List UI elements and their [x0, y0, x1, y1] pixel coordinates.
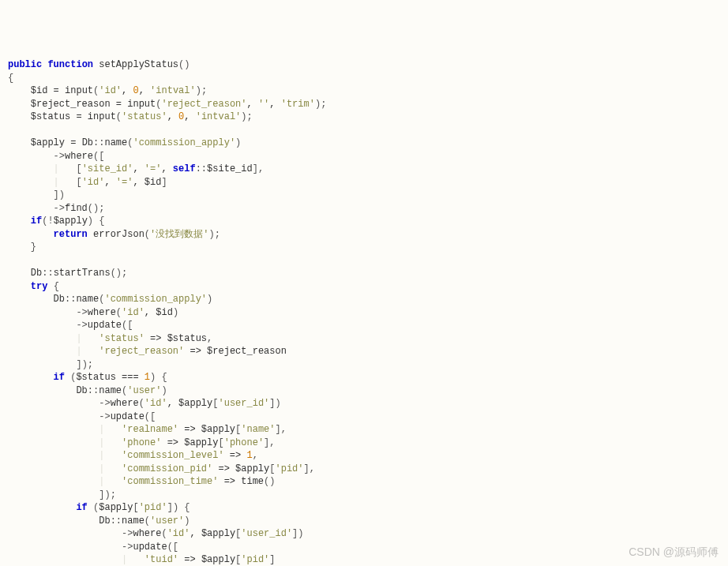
watermark: CSDN @源码师傅 [629, 545, 719, 559]
code-block: public function setApplyStatus() { $id =… [8, 58, 720, 566]
